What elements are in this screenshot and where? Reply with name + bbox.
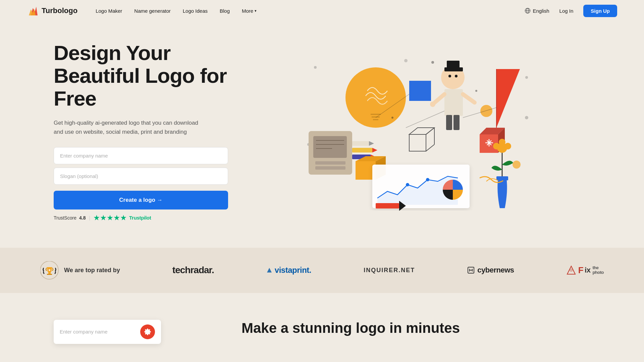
star-3 <box>107 215 113 221</box>
partner-cybernews: cybernews <box>467 266 514 275</box>
trust-score-value: 4.8 <box>79 215 86 221</box>
slogan-input[interactable] <box>54 168 228 185</box>
nav-name-generator[interactable]: Name generator <box>129 5 175 16</box>
nav-links: Logo Maker Name generator Logo Ideas Blo… <box>91 5 525 16</box>
trust-score-label: TrustScore <box>54 215 76 221</box>
svg-rect-79 <box>48 272 51 274</box>
svg-rect-15 <box>409 81 431 101</box>
svg-point-20 <box>455 75 458 77</box>
svg-rect-25 <box>446 115 452 130</box>
navbar: Turbologo Logo Maker Name generator Logo… <box>0 0 644 21</box>
svg-marker-82 <box>267 268 272 273</box>
svg-point-10 <box>404 59 408 62</box>
rated-text: We are top rated by <box>64 266 120 274</box>
star-4 <box>114 215 120 221</box>
svg-rect-52 <box>409 134 426 151</box>
star-5 <box>120 215 126 221</box>
svg-line-23 <box>463 94 475 103</box>
svg-line-73 <box>406 111 444 128</box>
nav-logo-maker[interactable]: Logo Maker <box>91 5 127 16</box>
second-section-left: Enter company name <box>54 320 215 344</box>
nav-more[interactable]: More ▾ <box>237 5 261 16</box>
svg-rect-40 <box>352 141 369 146</box>
language-selector[interactable]: English <box>525 8 549 14</box>
svg-point-71 <box>513 161 521 169</box>
rated-bar: ★ We are top rated by techradar. vistapr… <box>0 248 644 293</box>
svg-point-68 <box>504 143 511 149</box>
gear-icon <box>144 328 151 336</box>
svg-rect-80 <box>47 274 52 275</box>
trustpilot-logo: Trustpilot <box>129 215 151 221</box>
second-section: Enter company name Make a stunning logo … <box>0 293 644 362</box>
create-logo-button[interactable]: Create a logo → <box>54 191 228 209</box>
trophy-icon: ★ <box>40 261 59 280</box>
svg-marker-1 <box>29 9 36 15</box>
svg-text:★: ★ <box>48 268 51 272</box>
svg-marker-41 <box>369 141 374 146</box>
chevron-down-icon: ▾ <box>255 9 257 13</box>
svg-point-24 <box>430 102 435 107</box>
star-2 <box>100 215 106 221</box>
nav-blog[interactable]: Blog <box>215 5 234 16</box>
svg-point-69 <box>499 139 505 145</box>
second-section-right: Make a stunning logo in minutes <box>241 320 590 362</box>
svg-point-19 <box>448 75 451 77</box>
rated-label: ★ We are top rated by <box>40 261 120 280</box>
svg-point-7 <box>525 116 528 119</box>
svg-rect-35 <box>315 166 345 170</box>
svg-point-5 <box>314 66 317 69</box>
logo-icon <box>27 5 39 17</box>
hero-svg <box>241 51 590 212</box>
partner-vistaprint: vistaprint. <box>266 265 311 275</box>
nav-right: English Log In Sign Up <box>525 5 617 17</box>
second-section-title: Make a stunning logo in minutes <box>241 320 590 337</box>
partner-fixphoto: F ix thephoto <box>567 265 604 276</box>
hero-illustration <box>241 51 590 212</box>
svg-marker-27 <box>496 69 520 128</box>
svg-point-67 <box>493 143 500 149</box>
hero-title: Design Your Beautiful Logo for Free <box>54 42 228 110</box>
svg-point-75 <box>391 117 393 119</box>
svg-line-55 <box>426 144 434 151</box>
signup-button[interactable]: Sign Up <box>583 5 617 17</box>
svg-rect-21 <box>444 89 463 116</box>
svg-rect-30 <box>313 136 347 158</box>
input-mockup-placeholder: Enter company name <box>60 329 108 335</box>
svg-point-47 <box>406 183 409 186</box>
svg-rect-34 <box>315 161 345 165</box>
svg-point-88 <box>570 268 573 272</box>
hero-section: Design Your Beautiful Logo for Free Get … <box>0 21 644 248</box>
logo-link[interactable]: Turbologo <box>27 5 77 17</box>
svg-point-6 <box>525 76 528 79</box>
svg-point-77 <box>475 90 477 92</box>
svg-point-70 <box>480 105 492 117</box>
vistaprint-icon <box>266 267 272 273</box>
svg-line-54 <box>426 128 434 134</box>
hero-subtitle: Get high-quality ai-generated logo that … <box>54 118 208 136</box>
star-1 <box>94 215 100 221</box>
logo-text: Turbologo <box>42 6 77 15</box>
svg-point-48 <box>426 178 429 181</box>
nav-logo-ideas[interactable]: Logo Ideas <box>178 5 212 16</box>
svg-marker-37 <box>372 148 377 153</box>
language-label: English <box>533 8 549 14</box>
svg-rect-26 <box>453 115 460 130</box>
fixphoto-icon <box>567 265 576 275</box>
login-button[interactable]: Log In <box>555 5 578 16</box>
trustpilot-stars <box>94 215 126 221</box>
hero-inputs <box>54 147 228 185</box>
svg-rect-50 <box>376 203 399 208</box>
gear-button[interactable] <box>140 324 155 339</box>
svg-point-76 <box>431 61 434 64</box>
hero-left: Design Your Beautiful Logo for Free Get … <box>54 42 228 221</box>
pipe-separator: | <box>89 215 90 221</box>
globe-icon <box>525 8 531 14</box>
company-name-input[interactable] <box>54 147 228 164</box>
svg-point-11 <box>345 67 406 128</box>
partner-techradar: techradar. <box>172 265 214 276</box>
svg-rect-18 <box>447 61 460 68</box>
partner-inquirer: INQUIRER.NET <box>364 267 415 274</box>
trustpilot-bar: TrustScore 4.8 | Trustpilot <box>54 215 228 221</box>
svg-rect-36 <box>352 148 372 153</box>
svg-rect-64 <box>496 176 508 180</box>
